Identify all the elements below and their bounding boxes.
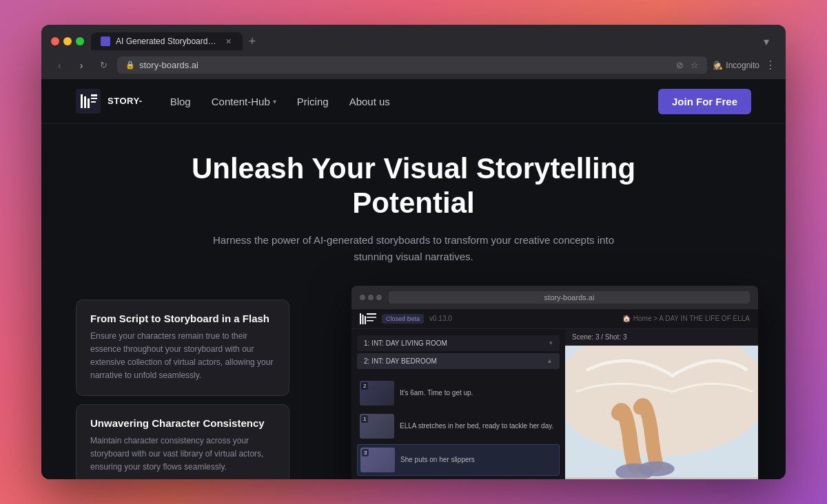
scene-detail-info: Scene: 3 / Shot: 3	[565, 329, 758, 346]
feature-cards: From Script to Storyboard in a Flash Ens…	[76, 300, 289, 479]
svg-rect-6	[91, 101, 96, 103]
bedroom-illustration	[565, 346, 758, 479]
incognito-badge: 🕵 Incognito	[713, 61, 759, 70]
address-bar[interactable]: 🔒 story-boards.ai ⊘ ☆	[117, 56, 707, 74]
tab-bar: AI Generated Storyboards Fo... ✕ +	[91, 32, 750, 51]
refresh-button[interactable]: ↻	[95, 57, 112, 74]
website-content: STORY- Blog Content-Hub ▾ Pricing About …	[41, 79, 786, 479]
svg-rect-3	[88, 98, 90, 108]
tab-title: AI Generated Storyboards Fo...	[116, 36, 218, 46]
fullscreen-button[interactable]	[76, 37, 84, 45]
minimize-button[interactable]	[63, 37, 72, 45]
inner-logo	[360, 313, 376, 324]
svg-rect-12	[367, 320, 374, 322]
traffic-lights	[51, 37, 84, 45]
address-bar-row: ‹ › ↻ 🔒 story-boards.ai ⊘ ☆ 🕵 Incognito …	[41, 56, 786, 79]
inner-browser-screenshot: story-boards.ai	[351, 286, 758, 479]
detail-image	[565, 346, 758, 479]
new-tab-button[interactable]: +	[243, 32, 262, 51]
url-text: story-boards.ai	[139, 60, 672, 70]
inner-right-panel: Scene: 3 / Shot: 3	[565, 329, 758, 479]
nav-links: Blog Content-Hub ▾ Pricing About us	[170, 96, 658, 107]
inner-dot-2	[368, 295, 374, 300]
browser-chrome: AI Generated Storyboards Fo... ✕ + ▾ ‹ ›…	[41, 25, 786, 79]
svg-rect-1	[81, 94, 83, 108]
address-actions: ⊘ ☆	[676, 60, 699, 70]
nav-blog[interactable]: Blog	[170, 96, 191, 107]
svg-rect-2	[84, 96, 86, 108]
shot-num-3: 3	[362, 449, 369, 456]
shot-item-3[interactable]: 3 She puts on her slippers	[357, 444, 560, 476]
hero-subtitle: Harness the power of AI-generated storyb…	[207, 232, 620, 265]
svg-rect-10	[367, 313, 376, 315]
svg-rect-17	[565, 477, 758, 479]
svg-rect-7	[360, 313, 361, 324]
feature-desc-1: Ensure your characters remain true to th…	[90, 330, 275, 383]
inner-app-nav: Closed Beta v0.13.0 🏠 Home > A DAY IN TH…	[351, 309, 758, 329]
scene-list: 1: INT: DAY LIVING ROOM ▾ 2: INT: DAY BE…	[351, 329, 565, 375]
hero-title: Unleash Your Visual Storytelling Potenti…	[172, 151, 655, 221]
titlebar: AI Generated Storyboards Fo... ✕ + ▾	[41, 25, 786, 56]
feature-desc-2: Maintain character consistency across yo…	[90, 434, 275, 474]
version-text: v0.13.0	[429, 315, 452, 322]
scene-chevron-2: ▲	[547, 357, 553, 364]
feature-card-2: Unwavering Character Consistency Maintai…	[76, 404, 289, 479]
close-button[interactable]	[51, 37, 59, 45]
chevron-down-icon: ▾	[273, 98, 276, 105]
inner-dot-1	[360, 295, 365, 300]
active-tab[interactable]: AI Generated Storyboards Fo... ✕	[91, 32, 243, 50]
logo-icon	[76, 89, 101, 114]
tab-close-button[interactable]: ✕	[223, 36, 233, 46]
incognito-icon: 🕵	[713, 61, 723, 70]
cast-icon: ⊘	[676, 60, 684, 70]
add-shot-button[interactable]: Add Shot	[351, 479, 565, 479]
breadcrumb-text: Home > A DAY IN THE LIFE OF ELLA	[633, 315, 750, 322]
scene-label-1: 1: INT: DAY LIVING ROOM	[364, 339, 447, 347]
app-preview-container: From Script to Storyboard in a Flash Ens…	[55, 286, 772, 479]
shot-item-2[interactable]: 1 ELLA stretches in her bed, ready to ta…	[357, 411, 560, 441]
forward-button[interactable]: ›	[73, 57, 90, 74]
beta-badge: Closed Beta	[382, 314, 424, 324]
join-free-button[interactable]: Join For Free	[658, 89, 751, 114]
shot-text-3: She puts on her slippers	[400, 456, 556, 463]
nav-pricing[interactable]: Pricing	[297, 96, 329, 107]
inner-left-panel: 1: INT: DAY LIVING ROOM ▾ 2: INT: DAY BE…	[351, 329, 565, 479]
shot-item-1[interactable]: 2 It's 6am. Time to get up.	[357, 378, 560, 408]
incognito-label: Incognito	[726, 61, 759, 70]
home-icon: 🏠	[622, 315, 631, 322]
inner-browser-chrome: story-boards.ai	[351, 286, 758, 309]
logo-text: STORY-	[108, 96, 143, 107]
shot-num-2: 1	[361, 415, 368, 423]
browser-menu-button[interactable]: ▾	[757, 32, 776, 51]
inner-dot-3	[376, 295, 382, 300]
scene-chevron-1: ▾	[549, 339, 553, 346]
feature-card-1: From Script to Storyboard in a Flash Ens…	[76, 300, 289, 396]
shot-thumb-2: 1	[360, 414, 394, 439]
svg-point-16	[638, 461, 675, 476]
scene-row-2[interactable]: 2: INT: DAY BEDROOM ▲	[357, 353, 560, 369]
nav-about[interactable]: About us	[349, 96, 390, 107]
scene-label-2: 2: INT: DAY BEDROOM	[364, 357, 437, 365]
back-button[interactable]: ‹	[51, 57, 68, 74]
tab-favicon	[101, 36, 110, 46]
shot-text-2: ELLA stretches in her bed, ready to tack…	[400, 422, 557, 430]
shot-text-1: It's 6am. Time to get up.	[400, 389, 557, 397]
inner-traffic-lights	[360, 295, 382, 300]
feature-title-2: Unwavering Character Consistency	[90, 417, 275, 429]
shot-thumb-1: 2	[360, 381, 394, 406]
shot-list: 2 It's 6am. Time to get up. 1	[351, 378, 565, 476]
scene-row-1[interactable]: 1: INT: DAY LIVING ROOM ▾	[357, 335, 560, 351]
site-logo[interactable]: STORY-	[76, 89, 143, 114]
svg-rect-5	[91, 98, 97, 99]
star-icon: ☆	[691, 60, 699, 70]
browser-options-button[interactable]: ⋮	[765, 59, 776, 72]
inner-url: story-boards.ai	[389, 291, 750, 304]
site-nav: STORY- Blog Content-Hub ▾ Pricing About …	[41, 79, 786, 124]
inner-app-body: 1: INT: DAY LIVING ROOM ▾ 2: INT: DAY BE…	[351, 329, 758, 479]
lock-icon: 🔒	[125, 61, 135, 70]
shot-thumb-3: 3	[360, 448, 395, 472]
svg-rect-8	[363, 315, 364, 324]
nav-content-hub[interactable]: Content-Hub ▾	[212, 96, 276, 107]
svg-rect-4	[91, 94, 97, 96]
shot-num-1: 2	[361, 382, 368, 390]
